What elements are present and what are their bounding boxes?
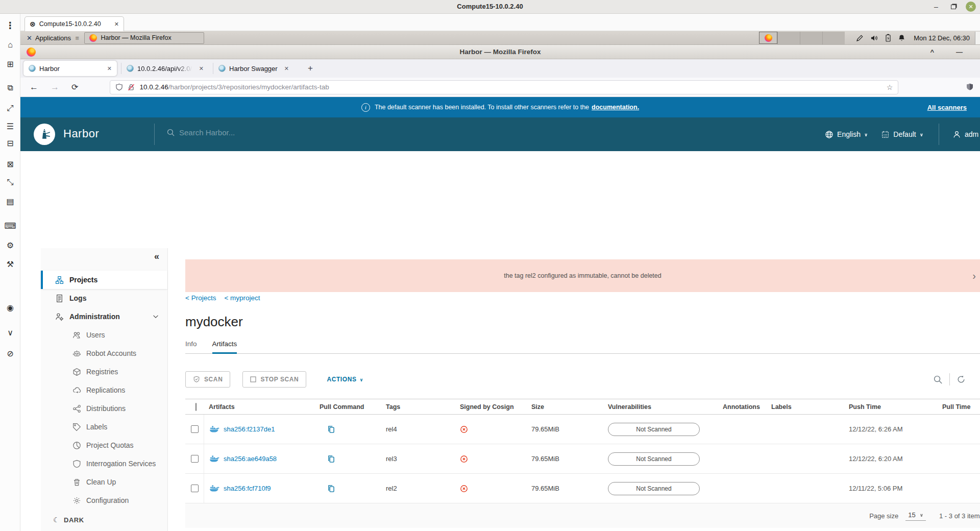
bookmark-star-icon[interactable]: ☆ xyxy=(887,83,893,91)
row-checkbox[interactable] xyxy=(191,425,199,433)
viewer-tab[interactable]: ⊗ Compute15-10.0.2.40 ✕ xyxy=(24,16,124,31)
firefox-tray-button[interactable] xyxy=(759,32,777,44)
sidebar-item-robot-accounts[interactable]: Robot Accounts xyxy=(41,344,167,363)
sidebar-item-logs[interactable]: Logs xyxy=(41,289,167,307)
chevron-down-icon[interactable]: ∨ xyxy=(0,328,20,337)
sidebar-item-registries[interactable]: Registries xyxy=(41,363,167,381)
scan-button[interactable]: SCAN xyxy=(185,371,230,388)
user-menu[interactable]: adm xyxy=(952,130,980,139)
column-header-labels[interactable]: Labels xyxy=(766,403,844,411)
shield-permissions-icon[interactable] xyxy=(115,83,123,91)
column-header-annotations[interactable]: Annotations xyxy=(718,403,766,411)
tab-close-icon[interactable]: ✕ xyxy=(199,65,204,72)
sidebar-collapse-button[interactable]: « xyxy=(154,251,159,262)
stylus-tray-icon[interactable] xyxy=(856,34,864,42)
documentation-link[interactable]: documentation. xyxy=(592,104,639,111)
link-off-icon[interactable]: ⊘ xyxy=(0,349,20,358)
breadcrumb-myproject-link[interactable]: < myproject xyxy=(224,294,260,302)
copy-pull-command-icon[interactable] xyxy=(327,425,336,434)
row-checkbox[interactable] xyxy=(191,485,199,492)
browser-tab-api[interactable]: 10.0.2.46/api/v2.0/retent ✕ xyxy=(121,63,209,74)
forward-button[interactable]: → xyxy=(51,82,59,92)
column-header-artifacts[interactable]: Artifacts xyxy=(204,403,314,411)
language-selector[interactable]: English ∨ xyxy=(825,130,868,139)
page-size-select[interactable]: 15 ∨ xyxy=(905,511,926,521)
select-all-checkbox[interactable] xyxy=(195,403,197,411)
harbor-logo[interactable] xyxy=(34,124,55,145)
viewer-minimize-button[interactable]: – xyxy=(931,2,941,11)
sidebar-item-interrogation-services[interactable]: Interrogation Services xyxy=(41,454,167,473)
actions-dropdown[interactable]: ACTIONS ∨ xyxy=(327,376,363,383)
sidebar-item-replications[interactable]: Replications xyxy=(41,381,167,399)
column-header-size[interactable]: Size xyxy=(526,403,603,411)
sidebar-item-clean-up[interactable]: Clean Up xyxy=(41,473,167,491)
row-checkbox[interactable] xyxy=(191,455,199,463)
tab-close-icon[interactable]: ✕ xyxy=(107,65,112,72)
browser-tab-harbor[interactable]: Harbor ✕ xyxy=(23,61,117,76)
taskbar-clock[interactable]: Mon 12 Dec, 06:30 xyxy=(914,34,970,42)
kebab-menu-icon[interactable]: ⋮ xyxy=(0,20,20,31)
artifact-digest-link[interactable]: sha256:fcf710f9 xyxy=(224,485,271,492)
viewer-close-button[interactable]: ✕ xyxy=(966,2,976,12)
column-header-push-time[interactable]: Push Time xyxy=(844,403,937,411)
battery-tray-icon[interactable] xyxy=(885,34,891,42)
reload-button[interactable]: ⟳ xyxy=(71,82,78,92)
search-input[interactable] xyxy=(179,128,332,137)
browser-tab-swagger[interactable]: Harbor Swagger ✕ xyxy=(213,63,301,74)
viewer-tab-close-icon[interactable]: ✕ xyxy=(114,21,119,28)
column-header-pull-command[interactable]: Pull Command xyxy=(314,403,381,411)
sidebar-item-distributions[interactable]: Distributions xyxy=(41,399,167,418)
sidebar-item-configuration[interactable]: Configuration xyxy=(41,491,167,510)
dark-mode-toggle[interactable]: ☾ DARK xyxy=(53,516,84,524)
all-scanners-link[interactable]: All scanners xyxy=(927,104,967,111)
breadcrumb-projects-link[interactable]: < Projects xyxy=(185,294,216,302)
menu-lines-icon[interactable]: ☰ xyxy=(0,122,20,131)
window-minimize-button[interactable]: — xyxy=(956,45,963,59)
url-bar[interactable]: 10.0.2.46 /harbor/projects/3/repositorie… xyxy=(110,80,898,94)
sidebar-item-labels[interactable]: Labels xyxy=(41,418,167,436)
sidebar-item-projects[interactable]: Projects xyxy=(41,271,167,289)
column-header-signed-by-cosign[interactable]: Signed by Cosign xyxy=(455,403,526,411)
firefox-taskbar-button[interactable]: Harbor — Mozilla Firefox xyxy=(84,32,204,44)
fullscreen-icon[interactable]: ⤢ xyxy=(0,104,20,113)
camera-icon[interactable]: ◉ xyxy=(0,303,20,312)
keyboard-icon[interactable]: ⌨ xyxy=(0,221,20,231)
sidebar-item-users[interactable]: Users xyxy=(41,326,167,344)
sidebar-item-project-quotas[interactable]: Project Quotas xyxy=(41,436,167,454)
edit-box-icon[interactable]: ⊞ xyxy=(0,59,20,69)
layout-icon[interactable]: ▤ xyxy=(0,197,20,206)
viewer-restore-button[interactable] xyxy=(948,2,959,11)
volume-tray-icon[interactable] xyxy=(870,34,878,42)
tools-icon[interactable]: ⚒ xyxy=(0,259,20,269)
stop-scan-button[interactable]: STOP SCAN xyxy=(242,371,306,388)
new-tab-button[interactable]: + xyxy=(308,63,313,74)
displays-icon[interactable]: ⧉ xyxy=(0,83,20,92)
applications-menu[interactable]: ✕ Applications xyxy=(27,34,71,42)
search-artifacts-icon[interactable] xyxy=(933,375,943,384)
column-header-tags[interactable]: Tags xyxy=(381,403,455,411)
copy-pull-command-icon[interactable] xyxy=(327,454,336,464)
resize-icon[interactable]: ⤡ xyxy=(0,178,20,187)
refresh-icon[interactable] xyxy=(957,375,966,384)
artifact-digest-link[interactable]: sha256:ae649a58 xyxy=(224,455,277,463)
theme-selector[interactable]: Default ∨ xyxy=(881,130,923,139)
sidebar-item-administration[interactable]: Administration xyxy=(41,307,167,326)
insecure-lock-icon[interactable] xyxy=(127,83,135,91)
column-header-vulnerabilities[interactable]: Vulnerabilities xyxy=(603,403,718,411)
harbor-brand[interactable]: Harbor xyxy=(63,127,99,140)
artifact-digest-link[interactable]: sha256:f2137de1 xyxy=(224,425,275,433)
back-button[interactable]: ← xyxy=(30,82,38,92)
privacy-shield-icon[interactable] xyxy=(966,83,974,91)
notification-bell-icon[interactable] xyxy=(898,34,905,42)
column-header-pull-time[interactable]: Pull Time xyxy=(937,403,980,411)
monitor-close-icon[interactable]: ⊠ xyxy=(0,159,20,169)
tab-artifacts[interactable]: Artifacts xyxy=(212,340,237,354)
settings-gear-icon[interactable]: ⚙ xyxy=(0,240,20,250)
alert-expand-icon[interactable]: › xyxy=(972,270,976,282)
copy-pull-command-icon[interactable] xyxy=(327,484,336,493)
monitor-new-icon[interactable]: ⊟ xyxy=(0,138,20,148)
home-icon[interactable]: ⌂ xyxy=(0,40,20,50)
tab-info[interactable]: Info xyxy=(185,340,197,353)
window-shade-button[interactable]: ^ xyxy=(930,45,934,59)
harbor-search[interactable] xyxy=(166,128,332,137)
